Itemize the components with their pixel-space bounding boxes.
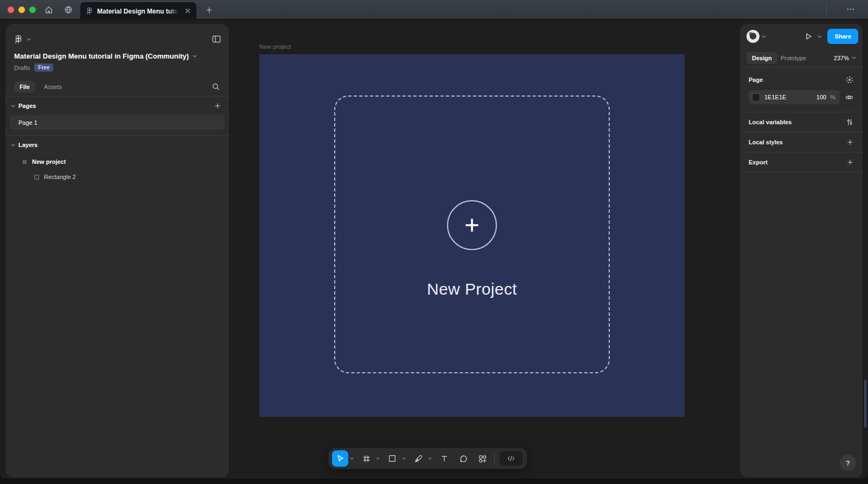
layer-name: Rectangle 2 — [44, 174, 76, 180]
chevron-down-icon — [193, 54, 197, 58]
frame-tool-dropdown[interactable] — [374, 450, 381, 467]
chevron-down-icon — [11, 143, 15, 147]
avatar[interactable] — [746, 30, 760, 43]
pages-label: Pages — [18, 103, 36, 109]
new-project-plus-button[interactable] — [447, 200, 497, 250]
search-icon — [212, 82, 220, 91]
layer-row-frame[interactable]: New project — [5, 154, 229, 169]
text-tool-button[interactable] — [436, 450, 452, 467]
new-project-label[interactable]: New Project — [259, 280, 685, 298]
plus-icon — [846, 158, 854, 166]
add-export-button[interactable] — [846, 158, 854, 166]
code-icon — [507, 455, 515, 462]
toggle-visibility-button[interactable] — [845, 93, 854, 102]
community-button[interactable] — [61, 3, 76, 16]
plus-icon — [462, 215, 482, 235]
figma-logo-icon — [14, 35, 23, 43]
plus-icon — [846, 138, 854, 146]
comment-icon — [459, 454, 468, 463]
local-styles-row[interactable]: Local styles — [740, 132, 863, 152]
chevron-down-icon — [402, 457, 406, 460]
file-location[interactable]: Drafts — [14, 65, 30, 71]
collapse-sidebar-button[interactable] — [212, 34, 221, 44]
rectangle-icon — [388, 454, 397, 463]
present-options-button[interactable] — [818, 35, 822, 39]
layers-label: Layers — [18, 142, 37, 148]
shape-tool-dropdown[interactable] — [400, 450, 407, 467]
canvas-scrollbar-thumb[interactable] — [864, 380, 866, 428]
left-sidebar: Material Design Menu tutorial in Figma (… — [5, 24, 229, 477]
pen-icon — [414, 454, 423, 463]
bottom-toolbar — [329, 448, 527, 469]
chevron-down-icon — [376, 457, 380, 460]
tab-title: Material Design Menu tutorial in F — [97, 8, 178, 15]
layer-row-rectangle[interactable]: Rectangle 2 — [5, 169, 229, 184]
left-panel-header — [5, 24, 229, 47]
tab-prototype[interactable]: Prototype — [781, 55, 806, 61]
local-styles-label: Local styles — [749, 139, 783, 145]
share-button[interactable]: Share — [827, 29, 858, 44]
export-row[interactable]: Export — [740, 152, 863, 173]
apply-variable-button[interactable] — [845, 75, 854, 84]
move-tool-dropdown[interactable] — [348, 450, 355, 467]
chevron-down-icon — [762, 35, 766, 39]
tab-file[interactable]: File — [14, 81, 35, 93]
color-hex-value[interactable]: 1E1E1E — [764, 94, 786, 100]
actions-icon — [478, 454, 487, 463]
local-variables-row[interactable]: Local variables — [740, 112, 863, 132]
layers-section: Layers New project Rectangle 2 — [5, 136, 229, 184]
help-button[interactable]: ? — [840, 455, 856, 471]
page-section: Page 1E1E1E 100 % — [740, 67, 863, 112]
color-swatch[interactable] — [752, 93, 760, 101]
text-icon — [440, 454, 449, 463]
toolbar-divider — [494, 453, 495, 464]
home-icon — [44, 5, 54, 15]
present-button[interactable] — [801, 29, 815, 43]
account-chevron-button[interactable] — [762, 35, 766, 39]
window-overflow-menu-button[interactable]: ⋯ — [841, 2, 860, 16]
move-tool-button[interactable] — [332, 450, 348, 467]
search-button[interactable] — [212, 82, 220, 91]
layers-header[interactable]: Layers — [5, 136, 229, 154]
frame-tool-button[interactable] — [358, 450, 374, 467]
main-menu-button[interactable] — [14, 35, 31, 43]
chevron-down-icon — [428, 457, 432, 460]
pen-tool-button[interactable] — [410, 450, 426, 467]
right-sidebar: Share Design Prototype 237% Page — [740, 24, 863, 477]
page-color-input[interactable]: 1E1E1E 100 % — [749, 90, 840, 104]
dev-mode-toggle[interactable] — [500, 451, 522, 466]
page-list-item[interactable]: Page 1 — [10, 115, 225, 130]
zoom-menu[interactable]: 237% — [834, 55, 856, 61]
file-tab[interactable]: Material Design Menu tutorial in F — [80, 2, 196, 20]
comment-tool-button[interactable] — [455, 450, 471, 467]
figma-file-icon — [86, 7, 93, 15]
chevron-down-icon — [11, 104, 15, 108]
shape-tool-button[interactable] — [384, 450, 400, 467]
opacity-value[interactable]: 100 — [816, 94, 826, 100]
open-variables-button[interactable] — [845, 118, 854, 126]
add-page-button[interactable] — [214, 102, 221, 110]
frame-icon — [362, 454, 371, 463]
minimize-window-button[interactable] — [18, 7, 25, 13]
tab-assets[interactable]: Assets — [44, 84, 62, 90]
add-style-button[interactable] — [846, 138, 854, 146]
rectangle-layer-icon — [34, 174, 40, 180]
chevron-down-icon — [27, 37, 31, 41]
export-label: Export — [749, 159, 768, 165]
tab-close-button[interactable] — [182, 5, 193, 16]
home-button[interactable] — [41, 3, 56, 16]
ellipsis-icon: ⋯ — [846, 4, 855, 14]
actions-tool-button[interactable] — [474, 450, 490, 467]
chevron-down-icon — [818, 35, 822, 39]
titlebar-divider — [826, 3, 827, 16]
file-title-row[interactable]: Material Design Menu tutorial in Figma (… — [5, 47, 229, 60]
pages-header[interactable]: Pages — [5, 97, 229, 115]
zoom-window-button[interactable] — [29, 7, 36, 13]
new-tab-button[interactable] — [202, 3, 216, 16]
tab-design[interactable]: Design — [746, 52, 777, 64]
sliders-icon — [845, 118, 854, 126]
pen-tool-dropdown[interactable] — [426, 450, 433, 467]
canvas-frame[interactable]: New Project — [259, 54, 685, 417]
canvas-frame-label[interactable]: New project — [259, 43, 291, 50]
close-window-button[interactable] — [8, 7, 14, 13]
